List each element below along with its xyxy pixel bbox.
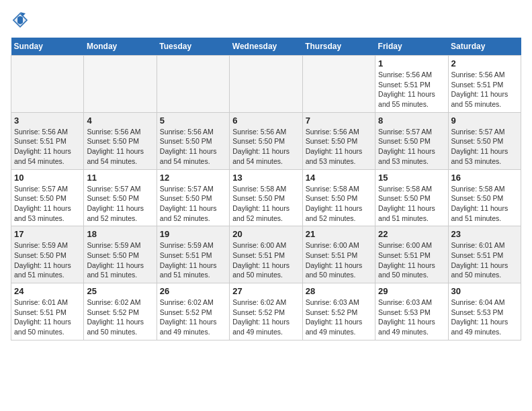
calendar-day-header: Thursday xyxy=(302,38,375,56)
calendar-body: 1Sunrise: 5:56 AM Sunset: 5:51 PM Daylig… xyxy=(11,56,521,340)
day-number: 7 xyxy=(306,116,372,126)
day-info: Sunrise: 5:58 AM Sunset: 5:50 PM Dayligh… xyxy=(378,184,445,224)
calendar-day-cell xyxy=(157,56,229,113)
day-info: Sunrise: 6:03 AM Sunset: 5:53 PM Dayligh… xyxy=(378,298,445,337)
day-info: Sunrise: 5:56 AM Sunset: 5:51 PM Dayligh… xyxy=(14,127,81,167)
day-info: Sunrise: 6:02 AM Sunset: 5:52 PM Dayligh… xyxy=(87,298,153,337)
day-info: Sunrise: 5:57 AM Sunset: 5:50 PM Dayligh… xyxy=(14,184,81,224)
day-number: 18 xyxy=(87,229,153,239)
calendar-day-header: Wednesday xyxy=(230,38,302,56)
day-number: 10 xyxy=(14,173,81,183)
calendar-table: SundayMondayTuesdayWednesdayThursdayFrid… xyxy=(11,38,521,340)
calendar-day-cell xyxy=(84,56,157,113)
day-number: 5 xyxy=(160,116,226,126)
day-number: 25 xyxy=(87,286,153,296)
day-number: 17 xyxy=(14,229,81,239)
day-info: Sunrise: 5:58 AM Sunset: 5:50 PM Dayligh… xyxy=(232,184,299,224)
day-number: 22 xyxy=(378,229,445,239)
page-header xyxy=(11,11,521,30)
calendar-day-cell: 2Sunrise: 5:56 AM Sunset: 5:51 PM Daylig… xyxy=(448,56,521,113)
day-info: Sunrise: 6:00 AM Sunset: 5:51 PM Dayligh… xyxy=(378,240,445,280)
day-number: 8 xyxy=(378,116,445,126)
day-info: Sunrise: 6:03 AM Sunset: 5:52 PM Dayligh… xyxy=(306,298,372,337)
calendar-day-cell: 18Sunrise: 5:59 AM Sunset: 5:50 PM Dayli… xyxy=(84,226,157,283)
calendar-day-cell: 12Sunrise: 5:57 AM Sunset: 5:50 PM Dayli… xyxy=(157,169,229,226)
calendar-day-cell: 5Sunrise: 5:56 AM Sunset: 5:50 PM Daylig… xyxy=(157,112,229,169)
day-info: Sunrise: 5:57 AM Sunset: 5:50 PM Dayligh… xyxy=(378,127,445,167)
calendar-day-cell: 7Sunrise: 5:56 AM Sunset: 5:50 PM Daylig… xyxy=(302,112,375,169)
day-info: Sunrise: 5:58 AM Sunset: 5:50 PM Dayligh… xyxy=(306,184,372,224)
calendar-day-cell: 8Sunrise: 5:57 AM Sunset: 5:50 PM Daylig… xyxy=(375,112,448,169)
day-number: 11 xyxy=(87,173,153,183)
calendar-day-cell: 6Sunrise: 5:56 AM Sunset: 5:50 PM Daylig… xyxy=(230,112,302,169)
logo-icon xyxy=(11,11,30,30)
day-info: Sunrise: 5:56 AM Sunset: 5:50 PM Dayligh… xyxy=(160,127,226,167)
day-number: 2 xyxy=(451,58,518,68)
calendar-day-cell: 16Sunrise: 5:58 AM Sunset: 5:50 PM Dayli… xyxy=(448,169,521,226)
day-number: 19 xyxy=(160,229,226,239)
day-number: 23 xyxy=(451,229,518,239)
calendar-day-header: Tuesday xyxy=(157,38,229,56)
day-number: 4 xyxy=(87,116,153,126)
day-info: Sunrise: 5:59 AM Sunset: 5:50 PM Dayligh… xyxy=(87,240,153,280)
calendar-day-cell: 10Sunrise: 5:57 AM Sunset: 5:50 PM Dayli… xyxy=(11,169,84,226)
day-number: 28 xyxy=(306,286,372,296)
calendar-day-cell xyxy=(302,56,375,113)
day-number: 27 xyxy=(232,286,299,296)
day-number: 9 xyxy=(451,116,518,126)
logo xyxy=(11,11,32,30)
calendar-day-cell: 22Sunrise: 6:00 AM Sunset: 5:51 PM Dayli… xyxy=(375,226,448,283)
calendar-day-cell: 30Sunrise: 6:04 AM Sunset: 5:53 PM Dayli… xyxy=(448,283,521,340)
day-info: Sunrise: 5:57 AM Sunset: 5:50 PM Dayligh… xyxy=(87,184,153,224)
calendar-day-cell: 19Sunrise: 5:59 AM Sunset: 5:51 PM Dayli… xyxy=(157,226,229,283)
day-number: 16 xyxy=(451,173,518,183)
calendar-day-header: Saturday xyxy=(448,38,521,56)
day-number: 13 xyxy=(232,173,299,183)
calendar-day-cell: 3Sunrise: 5:56 AM Sunset: 5:51 PM Daylig… xyxy=(11,112,84,169)
calendar-week-row: 3Sunrise: 5:56 AM Sunset: 5:51 PM Daylig… xyxy=(11,112,521,169)
calendar-header-row: SundayMondayTuesdayWednesdayThursdayFrid… xyxy=(11,38,521,56)
calendar-day-cell: 24Sunrise: 6:01 AM Sunset: 5:51 PM Dayli… xyxy=(11,283,84,340)
day-number: 24 xyxy=(14,286,81,296)
calendar-week-row: 10Sunrise: 5:57 AM Sunset: 5:50 PM Dayli… xyxy=(11,169,521,226)
calendar-day-cell: 25Sunrise: 6:02 AM Sunset: 5:52 PM Dayli… xyxy=(84,283,157,340)
day-info: Sunrise: 6:01 AM Sunset: 5:51 PM Dayligh… xyxy=(451,240,518,280)
day-info: Sunrise: 5:57 AM Sunset: 5:50 PM Dayligh… xyxy=(451,127,518,167)
day-info: Sunrise: 5:56 AM Sunset: 5:51 PM Dayligh… xyxy=(451,70,518,109)
day-number: 6 xyxy=(232,116,299,126)
day-number: 30 xyxy=(451,286,518,296)
calendar-day-cell: 20Sunrise: 6:00 AM Sunset: 5:51 PM Dayli… xyxy=(230,226,302,283)
day-info: Sunrise: 5:56 AM Sunset: 5:50 PM Dayligh… xyxy=(306,127,372,167)
day-number: 1 xyxy=(378,58,445,68)
day-number: 26 xyxy=(160,286,226,296)
day-number: 29 xyxy=(378,286,445,296)
day-number: 20 xyxy=(232,229,299,239)
day-number: 3 xyxy=(14,116,81,126)
calendar-day-cell: 14Sunrise: 5:58 AM Sunset: 5:50 PM Dayli… xyxy=(302,169,375,226)
calendar-day-cell: 21Sunrise: 6:00 AM Sunset: 5:51 PM Dayli… xyxy=(302,226,375,283)
calendar-day-cell: 28Sunrise: 6:03 AM Sunset: 5:52 PM Dayli… xyxy=(302,283,375,340)
day-info: Sunrise: 5:57 AM Sunset: 5:50 PM Dayligh… xyxy=(160,184,226,224)
calendar-day-header: Sunday xyxy=(11,38,84,56)
day-info: Sunrise: 5:58 AM Sunset: 5:50 PM Dayligh… xyxy=(451,184,518,224)
calendar-day-cell: 23Sunrise: 6:01 AM Sunset: 5:51 PM Dayli… xyxy=(448,226,521,283)
day-info: Sunrise: 6:04 AM Sunset: 5:53 PM Dayligh… xyxy=(451,298,518,337)
calendar-day-cell: 13Sunrise: 5:58 AM Sunset: 5:50 PM Dayli… xyxy=(230,169,302,226)
day-info: Sunrise: 6:02 AM Sunset: 5:52 PM Dayligh… xyxy=(232,298,299,337)
calendar-day-cell xyxy=(11,56,84,113)
calendar-day-header: Friday xyxy=(375,38,448,56)
calendar-week-row: 1Sunrise: 5:56 AM Sunset: 5:51 PM Daylig… xyxy=(11,56,521,113)
calendar-day-cell: 11Sunrise: 5:57 AM Sunset: 5:50 PM Dayli… xyxy=(84,169,157,226)
calendar-day-cell: 17Sunrise: 5:59 AM Sunset: 5:50 PM Dayli… xyxy=(11,226,84,283)
calendar-day-cell: 4Sunrise: 5:56 AM Sunset: 5:50 PM Daylig… xyxy=(84,112,157,169)
day-info: Sunrise: 5:56 AM Sunset: 5:51 PM Dayligh… xyxy=(378,70,445,109)
calendar-day-header: Monday xyxy=(84,38,157,56)
calendar-day-cell: 29Sunrise: 6:03 AM Sunset: 5:53 PM Dayli… xyxy=(375,283,448,340)
day-info: Sunrise: 6:00 AM Sunset: 5:51 PM Dayligh… xyxy=(306,240,372,280)
day-number: 12 xyxy=(160,173,226,183)
calendar-day-cell: 15Sunrise: 5:58 AM Sunset: 5:50 PM Dayli… xyxy=(375,169,448,226)
calendar-week-row: 17Sunrise: 5:59 AM Sunset: 5:50 PM Dayli… xyxy=(11,226,521,283)
day-info: Sunrise: 5:59 AM Sunset: 5:51 PM Dayligh… xyxy=(160,240,226,280)
day-info: Sunrise: 5:56 AM Sunset: 5:50 PM Dayligh… xyxy=(87,127,153,167)
day-number: 21 xyxy=(306,229,372,239)
